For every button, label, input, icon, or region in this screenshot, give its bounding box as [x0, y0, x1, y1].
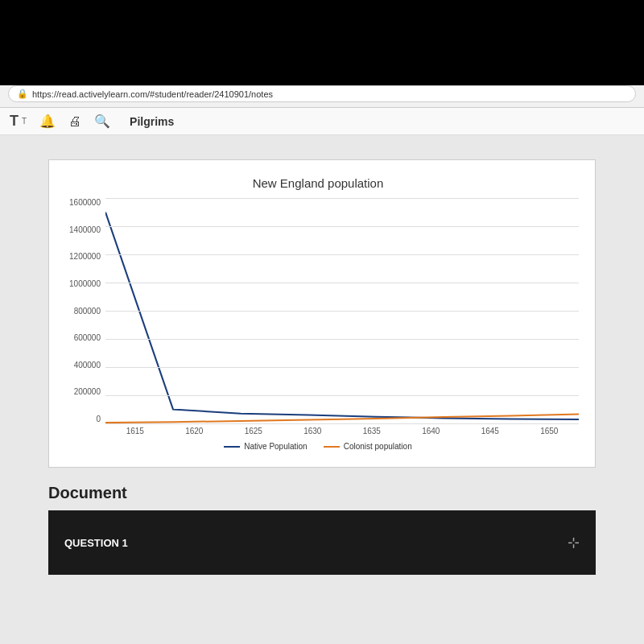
legend-colonist: Colonist population — [324, 442, 412, 451]
x-label-1640: 1640 — [402, 427, 461, 436]
grid-line-1 — [105, 226, 579, 227]
chart-container: New England population 1600000 1400000 1… — [48, 159, 596, 468]
grid-line-6 — [105, 367, 579, 368]
document-section: Document — [0, 468, 644, 510]
x-label-1615: 1615 — [105, 427, 165, 436]
toolbar: T T 🔔 🖨 🔍 Pilgrims — [0, 108, 644, 135]
grid-line-5 — [105, 339, 579, 340]
y-label-800000: 800000 — [74, 307, 101, 316]
x-label-1625: 1625 — [224, 427, 283, 436]
grid-line-4 — [105, 311, 579, 312]
address-bar[interactable]: 🔒 https://read.activelylearn.com/#studen… — [8, 85, 636, 102]
x-label-1650: 1650 — [520, 427, 580, 436]
y-axis: 1600000 1400000 1200000 1000000 800000 6… — [57, 198, 105, 423]
question-label: QUESTION 1 — [64, 537, 128, 549]
document-title: Document — [48, 484, 596, 502]
grid-line-bottom — [105, 423, 579, 424]
url-text: https://read.activelylearn.com/#student/… — [32, 89, 273, 99]
chart-legend: Native Population Colonist population — [57, 442, 579, 451]
legend-colonist-line — [324, 446, 340, 448]
print-icon[interactable]: 🖨 — [68, 114, 81, 129]
browser-chrome: 🔒 https://read.activelylearn.com/#studen… — [0, 85, 644, 108]
grid-line-3 — [105, 283, 579, 283]
y-label-1600000: 1600000 — [69, 198, 101, 207]
chart-area: 1600000 1400000 1200000 1000000 800000 6… — [57, 198, 579, 423]
x-label-1630: 1630 — [283, 427, 343, 436]
y-label-600000: 600000 — [74, 333, 101, 342]
bookmark-icon[interactable]: ⊹ — [568, 534, 580, 551]
grid-line-2 — [105, 254, 579, 255]
legend-colonist-label: Colonist population — [344, 442, 412, 451]
chart-plot — [105, 198, 579, 423]
page-title: Pilgrims — [130, 115, 174, 128]
grid-line-top — [105, 198, 579, 199]
y-label-1000000: 1000000 — [69, 279, 101, 288]
x-label-1645: 1645 — [460, 427, 520, 436]
bell-icon[interactable]: 🔔 — [39, 114, 56, 129]
y-label-1200000: 1200000 — [69, 252, 101, 261]
x-axis: 1615 1620 1625 1630 1635 1640 1645 1650 — [105, 423, 579, 436]
font-size-icon[interactable]: T — [10, 113, 19, 130]
search-icon[interactable]: 🔍 — [94, 114, 110, 129]
chart-grid — [105, 198, 579, 423]
legend-native-label: Native Population — [244, 442, 307, 451]
y-label-200000: 200000 — [74, 387, 101, 396]
x-labels: 1615 1620 1625 1630 1635 1640 1645 1650 — [105, 427, 579, 436]
y-label-0: 0 — [96, 415, 101, 423]
x-label-1620: 1620 — [165, 427, 225, 436]
lock-icon: 🔒 — [17, 89, 28, 99]
page-content: New England population 1600000 1400000 1… — [0, 135, 644, 644]
bottom-bar: QUESTION 1 ⊹ — [48, 510, 596, 575]
y-label-1400000: 1400000 — [69, 225, 101, 234]
y-label-400000: 400000 — [74, 361, 101, 369]
chart-title: New England population — [57, 176, 579, 190]
x-label-1635: 1635 — [342, 427, 402, 436]
legend-native: Native Population — [224, 442, 307, 451]
legend-native-line — [224, 446, 240, 448]
grid-line-7 — [105, 395, 579, 396]
